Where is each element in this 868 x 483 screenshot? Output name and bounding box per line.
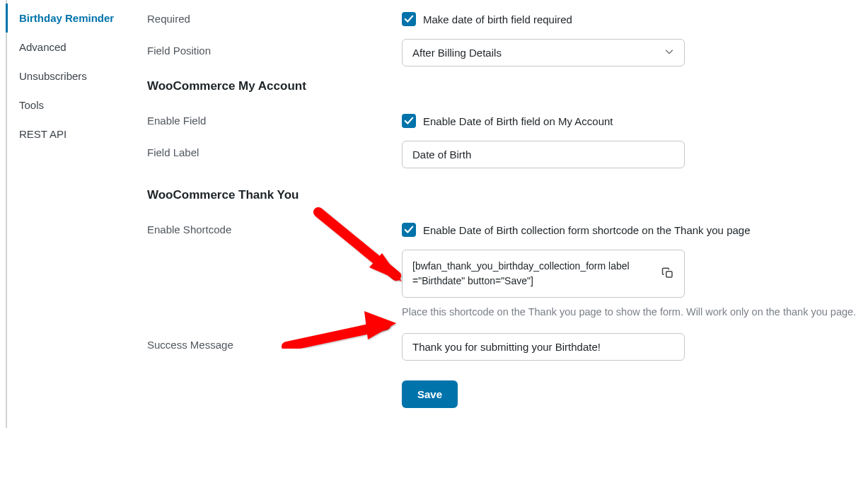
field-label-input[interactable] — [402, 141, 685, 168]
required-checkbox[interactable] — [402, 12, 416, 26]
section-thank-you: WooCommerce Thank You — [147, 188, 861, 202]
field-position-value: After Billing Details — [412, 47, 502, 59]
shortcode-box: [bwfan_thank_you_birthday_collection_for… — [402, 250, 685, 298]
required-text: Make date of birth field required — [423, 13, 572, 25]
sidebar-item-unsubscribers[interactable]: Unsubscribers — [6, 62, 133, 91]
sidebar-item-birthday-reminder[interactable]: Birthday Reminder — [6, 4, 133, 33]
field-label-label: Field Label — [147, 141, 402, 158]
enable-shortcode-text: Enable Date of Birth collection form sho… — [423, 224, 751, 236]
sidebar: Birthday Reminder Advanced Unsubscribers… — [6, 0, 133, 428]
section-my-account: WooCommerce My Account — [147, 79, 861, 93]
copy-icon[interactable] — [661, 267, 674, 281]
save-button[interactable]: Save — [402, 380, 458, 408]
sidebar-item-tools[interactable]: Tools — [6, 91, 133, 120]
svg-rect-0 — [666, 271, 672, 277]
sidebar-item-rest-api[interactable]: REST API — [6, 120, 133, 149]
success-message-input[interactable] — [402, 333, 685, 361]
sidebar-item-advanced[interactable]: Advanced — [6, 33, 133, 62]
enable-field-checkbox[interactable] — [402, 114, 416, 128]
enable-shortcode-label: Enable Shortcode — [147, 218, 402, 235]
chevron-down-icon — [664, 47, 674, 59]
field-position-select[interactable]: After Billing Details — [402, 39, 685, 66]
enable-field-text: Enable Date of Birth field on My Account — [423, 115, 613, 127]
shortcode-text: [bwfan_thank_you_birthday_collection_for… — [412, 259, 656, 289]
required-label: Required — [147, 7, 402, 25]
field-position-label: Field Position — [147, 39, 402, 57]
enable-field-label: Enable Field — [147, 109, 402, 127]
shortcode-hint: Place this shortcode on the Thank you pa… — [402, 306, 856, 318]
main-content: Required Make date of birth field requir… — [133, 0, 868, 428]
enable-shortcode-checkbox[interactable] — [402, 223, 416, 237]
success-message-label: Success Message — [147, 333, 402, 351]
